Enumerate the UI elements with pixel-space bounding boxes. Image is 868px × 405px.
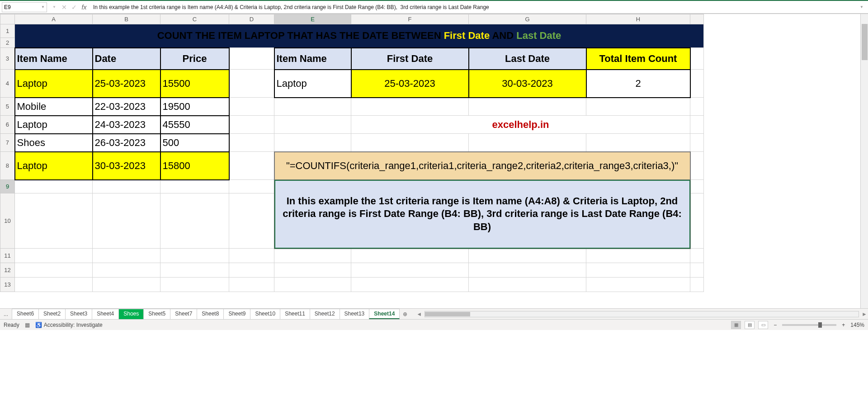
cell-blank[interactable]: [351, 263, 469, 278]
cell-blank[interactable]: [93, 263, 160, 278]
tail[interactable]: [690, 48, 704, 70]
cell-blank[interactable]: [274, 134, 351, 152]
row-header-2[interactable]: 2: [0, 38, 15, 48]
view-page-layout-button[interactable]: ▤: [745, 321, 755, 329]
cell-h4[interactable]: 2: [586, 70, 690, 98]
col-header-E[interactable]: E: [274, 14, 351, 24]
cell-blank[interactable]: [690, 263, 704, 278]
col-header-H[interactable]: H: [586, 14, 690, 24]
cell-B9[interactable]: [93, 180, 160, 193]
cell-blank[interactable]: [351, 98, 469, 116]
horizontal-scrollbar[interactable]: [425, 311, 859, 317]
cell-blank[interactable]: [586, 249, 690, 263]
row-header-3[interactable]: 3: [0, 48, 15, 70]
cell-blank[interactable]: [15, 263, 93, 278]
cell-blank[interactable]: [160, 278, 229, 292]
header-price[interactable]: Price: [160, 48, 229, 70]
row-header-10[interactable]: 10: [0, 193, 15, 249]
cell-A9[interactable]: [15, 180, 93, 193]
website-cell[interactable]: excelhelp.in: [351, 116, 690, 134]
name-box[interactable]: E9 ▼: [2, 2, 47, 12]
cell-blank[interactable]: [15, 278, 93, 292]
accessibility-label[interactable]: Accessibility: Investigate: [44, 322, 103, 328]
sheet-tab-shoes[interactable]: Shoes: [118, 309, 144, 319]
col-header-G[interactable]: G: [469, 14, 586, 24]
cell-blank[interactable]: [274, 249, 351, 263]
col-header-A[interactable]: A: [15, 14, 93, 24]
tail[interactable]: [690, 116, 704, 134]
cell-c4[interactable]: 15500: [160, 70, 229, 98]
cell-d6[interactable]: [229, 116, 274, 134]
cell-a4[interactable]: Laptop: [15, 70, 93, 98]
sheet-tab-sheet10[interactable]: Sheet10: [250, 309, 280, 319]
sheet-tab-sheet12[interactable]: Sheet12: [310, 309, 340, 319]
cell-blank[interactable]: [229, 263, 274, 278]
vertical-scrollbar[interactable]: [860, 14, 868, 308]
cell-blank[interactable]: [469, 98, 586, 116]
explain-box[interactable]: In this example the 1st criteria range i…: [274, 180, 690, 249]
sheet-tab-sheet8[interactable]: Sheet8: [197, 309, 224, 319]
cell-blank[interactable]: [351, 249, 469, 263]
cell-blank[interactable]: [690, 134, 704, 152]
tail[interactable]: [690, 193, 704, 249]
col-header-D[interactable]: D: [229, 14, 274, 24]
cell-b5[interactable]: 22-03-2023: [93, 98, 160, 116]
zoom-in-button[interactable]: +: [840, 322, 847, 328]
cell-e4[interactable]: Laptop: [274, 70, 351, 98]
col-header-B[interactable]: B: [93, 14, 160, 24]
cell-d3[interactable]: [229, 48, 274, 70]
cell-blank[interactable]: [351, 278, 469, 292]
row-header-7[interactable]: 7: [0, 134, 15, 152]
cell-blank[interactable]: [469, 134, 586, 152]
sheet-tab-sheet13[interactable]: Sheet13: [340, 309, 370, 319]
cell-b6[interactable]: 24-03-2023: [93, 116, 160, 134]
cell-d5[interactable]: [229, 98, 274, 116]
row-header-9[interactable]: 9: [0, 180, 15, 193]
cell-blank[interactable]: [274, 263, 351, 278]
row-header-8[interactable]: 8: [0, 152, 15, 180]
cell-blank[interactable]: [160, 249, 229, 263]
cell-c7[interactable]: 500: [160, 134, 229, 152]
cell-e6[interactable]: [274, 116, 351, 134]
fx-icon[interactable]: fx: [80, 4, 88, 11]
formula-input[interactable]: [91, 2, 855, 12]
cell-a6[interactable]: Laptop: [15, 116, 93, 134]
sheet-tab-sheet11[interactable]: Sheet11: [280, 309, 310, 319]
formula-box[interactable]: "=COUNTIFS(criteria_range1,criteria1,cri…: [274, 152, 690, 180]
cell-blank[interactable]: [690, 249, 704, 263]
tail[interactable]: [690, 152, 704, 180]
header-item-name-2[interactable]: Item Name: [274, 48, 351, 70]
view-normal-button[interactable]: ▦: [731, 321, 741, 329]
cell-blank[interactable]: [586, 278, 690, 292]
cell-blank[interactable]: [93, 249, 160, 263]
formula-expand-icon[interactable]: ▼: [857, 5, 866, 9]
header-item-name[interactable]: Item Name: [15, 48, 93, 70]
title-cell[interactable]: COUNT THE ITEM LAPTOP THAT HAS THE DATE …: [15, 24, 704, 48]
header-date[interactable]: Date: [93, 48, 160, 70]
cell-blank[interactable]: [229, 249, 274, 263]
sheet-tab-sheet4[interactable]: Sheet4: [92, 309, 119, 319]
cell-C9[interactable]: [160, 180, 229, 193]
header-last-date[interactable]: Last Date: [469, 48, 586, 70]
col-header-C[interactable]: C: [160, 14, 229, 24]
cell-D9[interactable]: [229, 180, 274, 193]
sheet-tab-sheet9[interactable]: Sheet9: [223, 309, 250, 319]
new-sheet-button[interactable]: ⊕: [399, 311, 411, 317]
cell-blank[interactable]: [274, 98, 351, 116]
cell-d8[interactable]: [229, 152, 274, 180]
dropdown-icon[interactable]: ▼: [51, 5, 58, 9]
zoom-out-button[interactable]: −: [772, 322, 778, 328]
row-header-5[interactable]: 5: [0, 98, 15, 116]
cell-d4[interactable]: [229, 70, 274, 98]
cell-a7[interactable]: Shoes: [15, 134, 93, 152]
cell-d7[interactable]: [229, 134, 274, 152]
sheet-tab-sheet3[interactable]: Sheet3: [65, 309, 92, 319]
cell-b8[interactable]: 30-03-2023: [93, 152, 160, 180]
cell-C10[interactable]: [160, 193, 229, 249]
cell-a8[interactable]: Laptop: [15, 152, 93, 180]
cell-c5[interactable]: 19500: [160, 98, 229, 116]
header-first-date[interactable]: First Date: [351, 48, 469, 70]
cell-B10[interactable]: [93, 193, 160, 249]
sheet-tab-sheet2[interactable]: Sheet2: [38, 309, 66, 319]
row-header-12[interactable]: 12: [0, 263, 15, 278]
